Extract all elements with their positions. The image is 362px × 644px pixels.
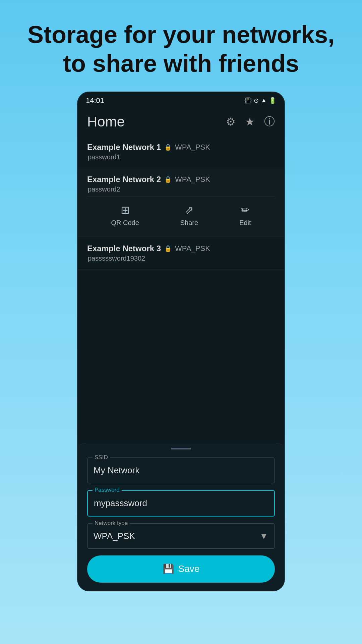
status-time: 14:01 <box>86 96 104 105</box>
network-actions: ⊞ QR Code ⇗ Share ✏ Edit <box>87 197 275 230</box>
qr-code-button[interactable]: ⊞ QR Code <box>111 204 139 227</box>
info-icon[interactable]: ⓘ <box>264 114 275 129</box>
security-tag-3: WPA_PSK <box>175 244 210 253</box>
ssid-label: SSID <box>93 454 110 461</box>
qr-code-icon: ⊞ <box>121 204 130 216</box>
network-item-3[interactable]: Example Network 3 🔒 WPA_PSK passsssword1… <box>78 237 284 269</box>
security-tag-2: WPA_PSK <box>175 175 210 184</box>
wifi-icon: ⊙ <box>254 97 259 104</box>
password-field: Password <box>87 490 275 517</box>
network-password-3: passsssword19302 <box>87 255 275 262</box>
network-name-3: Example Network 3 <box>87 244 161 253</box>
share-icon: ⇗ <box>185 204 194 216</box>
vibrate-icon: 📳 <box>244 97 252 104</box>
lock-icon-2: 🔒 <box>164 176 172 183</box>
battery-icon: 🔋 <box>269 97 276 104</box>
share-button[interactable]: ⇗ Share <box>180 204 198 227</box>
network-item-2[interactable]: Example Network 2 🔒 WPA_PSK password2 ⊞ … <box>78 168 284 237</box>
password-input[interactable] <box>87 490 275 517</box>
bottom-sheet: SSID Password Network type WPA_PSK WPA2_… <box>78 443 284 591</box>
network-type-label: Network type <box>93 520 130 527</box>
save-label: Save <box>178 564 200 574</box>
edit-label: Edit <box>239 219 251 227</box>
signal-icon: ▲ <box>261 97 267 104</box>
status-icons: 📳 ⊙ ▲ 🔋 <box>244 97 276 104</box>
network-type-wrapper: WPA_PSK WPA2_PSK WEP Open ▼ <box>87 523 275 549</box>
qr-code-label: QR Code <box>111 219 139 227</box>
favorites-icon[interactable]: ★ <box>245 115 255 128</box>
network-name-1: Example Network 1 <box>87 143 161 152</box>
settings-icon[interactable]: ⚙ <box>226 115 236 128</box>
security-tag-1: WPA_PSK <box>175 143 210 152</box>
network-name-2: Example Network 2 <box>87 175 161 184</box>
lock-icon-1: 🔒 <box>164 144 172 151</box>
edit-icon: ✏ <box>241 204 250 216</box>
password-label: Password <box>93 487 122 493</box>
network-password-1: password1 <box>87 153 275 161</box>
lock-icon-3: 🔒 <box>164 245 172 252</box>
network-list: Example Network 1 🔒 WPA_PSK password1 Ex… <box>78 136 284 443</box>
app-title: Home <box>87 114 125 130</box>
edit-button[interactable]: ✏ Edit <box>239 204 251 227</box>
network-password-2: password2 <box>87 185 275 193</box>
ssid-input[interactable] <box>87 458 275 483</box>
network-type-select[interactable]: WPA_PSK WPA2_PSK WEP Open <box>87 523 275 549</box>
ssid-field: SSID <box>87 458 275 483</box>
save-disk-icon: 💾 <box>163 564 174 575</box>
share-label: Share <box>180 219 198 227</box>
status-bar: 14:01 📳 ⊙ ▲ 🔋 <box>78 92 284 108</box>
save-button[interactable]: 💾 Save <box>87 555 275 583</box>
phone-mockup: 14:01 📳 ⊙ ▲ 🔋 Home ⚙ ★ ⓘ Example Network… <box>77 92 285 591</box>
network-item-1[interactable]: Example Network 1 🔒 WPA_PSK password1 <box>78 136 284 168</box>
drag-handle[interactable] <box>171 448 191 449</box>
app-header: Home ⚙ ★ ⓘ <box>78 108 284 136</box>
promo-text: Storage for your networks, to share with… <box>0 0 362 92</box>
network-type-field: Network type WPA_PSK WPA2_PSK WEP Open ▼ <box>87 523 275 549</box>
header-icons: ⚙ ★ ⓘ <box>226 114 275 129</box>
